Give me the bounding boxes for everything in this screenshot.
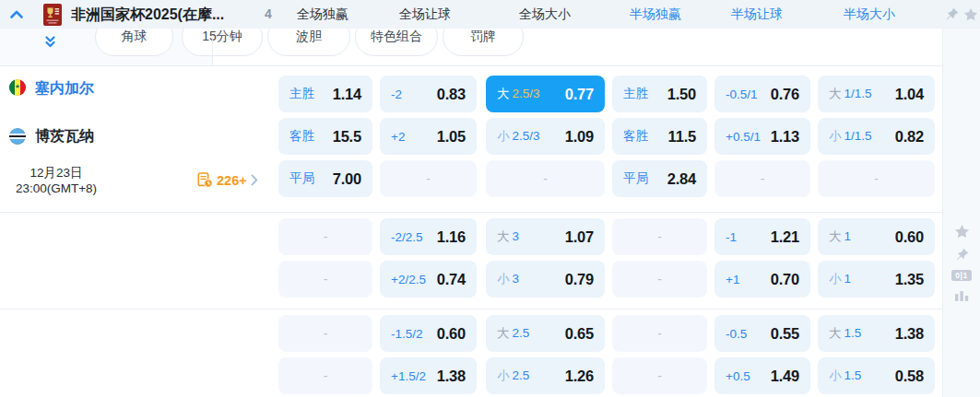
- more-markets-count: 226+: [217, 173, 247, 188]
- score-badge[interactable]: 0|1: [951, 270, 972, 281]
- match-date: 12月23日: [0, 165, 112, 181]
- more-markets-button[interactable]: 226+: [197, 172, 258, 188]
- odds-cell[interactable]: -0.50.55: [714, 315, 810, 352]
- market-pill[interactable]: 角球: [95, 29, 173, 56]
- odds-cell[interactable]: 主胜1.50: [612, 76, 707, 112]
- betting-odds-panel: 非洲国家杯2025(在摩... 4 全场独赢全场让球全场大小半场独赢半场让球半场…: [0, 0, 980, 397]
- favorite-star-icon[interactable]: [963, 7, 978, 22]
- odds-cell[interactable]: 客胜15.5: [278, 118, 372, 155]
- market-pill[interactable]: 特色组合: [355, 29, 438, 56]
- odds-cell[interactable]: +10.70: [714, 261, 810, 298]
- odds-cell[interactable]: -1.5/20.60: [380, 315, 477, 352]
- odds-cell-empty: -: [612, 357, 707, 394]
- stats-chart-icon[interactable]: [955, 289, 969, 301]
- rail-icon-stack: 0|1: [943, 224, 980, 301]
- odds-cell[interactable]: 小1.50.58: [818, 357, 935, 394]
- market-pill[interactable]: 15分钟: [182, 29, 263, 56]
- odds-cell[interactable]: 小2.5/31.09: [486, 118, 605, 155]
- chevron-right-icon: [251, 174, 258, 186]
- away-team-name[interactable]: 博茨瓦纳: [35, 128, 94, 145]
- league-title[interactable]: 非洲国家杯2025(在摩...: [71, 0, 224, 29]
- flag-senegal-icon: [9, 79, 26, 96]
- market-header-tab[interactable]: 半场大小: [844, 0, 895, 29]
- odds-cell[interactable]: 平局7.00: [278, 160, 372, 197]
- expand-double-chevron-down-icon[interactable]: [43, 35, 57, 50]
- divider: [212, 40, 213, 66]
- odds-cell[interactable]: +21.05: [380, 118, 477, 155]
- odds-cell-empty: -: [278, 357, 372, 394]
- odds-count-icon: [197, 172, 213, 188]
- league-trophy-icon: [43, 4, 62, 26]
- market-pill[interactable]: 罚牌: [443, 29, 524, 56]
- pin-icon[interactable]: [945, 7, 959, 21]
- odds-cell[interactable]: 大2.50.65: [486, 315, 605, 352]
- odds-cell-empty: -: [612, 218, 707, 255]
- odds-cell-empty: -: [818, 160, 935, 197]
- odds-cell-empty: -: [612, 315, 707, 352]
- odds-cell[interactable]: +0.5/11.13: [714, 118, 810, 155]
- match-time: 23:00(GMT+8): [0, 181, 112, 196]
- odds-cell[interactable]: +0.51.49: [714, 357, 810, 394]
- market-header-tab[interactable]: 半场让球: [731, 0, 783, 29]
- pin-icon[interactable]: [955, 248, 969, 262]
- match-count: 4: [265, 0, 272, 29]
- odds-cell[interactable]: 大10.60: [818, 218, 935, 255]
- odds-cell-empty: -: [278, 315, 372, 352]
- section-divider: [0, 309, 942, 309]
- odds-cell[interactable]: -11.21: [714, 218, 810, 255]
- odds-cell-empty: -: [486, 160, 605, 197]
- odds-cell[interactable]: 主胜1.14: [278, 76, 372, 112]
- odds-cell[interactable]: 小1/1.50.82: [818, 118, 935, 155]
- odds-cell[interactable]: 大1.51.38: [818, 315, 935, 352]
- match-datetime: 12月23日 23:00(GMT+8): [0, 165, 112, 196]
- market-header-tab[interactable]: 全场大小: [519, 0, 571, 29]
- market-header-tab[interactable]: 半场独赢: [630, 0, 681, 29]
- markets-toolbar: 角球15分钟波胆特色组合罚牌: [0, 29, 942, 66]
- odds-cell-empty: -: [380, 160, 477, 197]
- odds-cell[interactable]: -20.83: [380, 76, 477, 112]
- odds-cell[interactable]: 平局2.84: [612, 160, 707, 197]
- odds-cell-empty: -: [612, 261, 707, 298]
- market-header-tab[interactable]: 全场让球: [399, 0, 451, 29]
- odds-cell[interactable]: 小11.35: [818, 261, 935, 298]
- market-pill[interactable]: 波胆: [267, 29, 350, 56]
- odds-cell[interactable]: 大2.5/30.77: [486, 76, 605, 112]
- odds-cell[interactable]: -2/2.51.16: [380, 218, 477, 255]
- flag-botswana-icon: [9, 128, 26, 145]
- odds-cell[interactable]: +2/2.50.74: [380, 261, 477, 298]
- right-rail: 0|1: [942, 29, 980, 397]
- collapse-chevron-up-icon[interactable]: [9, 8, 24, 20]
- favorite-star-icon[interactable]: [954, 224, 970, 239]
- home-team-name[interactable]: 塞内加尔: [35, 80, 94, 97]
- odds-cell[interactable]: +1.5/21.38: [380, 357, 477, 394]
- odds-cell[interactable]: 大31.07: [486, 218, 605, 255]
- odds-cell[interactable]: 客胜11.5: [612, 118, 707, 155]
- section-divider: [0, 212, 942, 213]
- odds-cell[interactable]: 小30.79: [486, 261, 605, 298]
- odds-cell[interactable]: -0.5/10.76: [714, 76, 810, 112]
- league-header-bar: 非洲国家杯2025(在摩... 4 全场独赢全场让球全场大小半场独赢半场让球半场…: [0, 0, 980, 29]
- odds-cell-empty: -: [714, 160, 810, 197]
- odds-cell[interactable]: 小2.51.26: [486, 357, 605, 394]
- odds-cell-empty: -: [278, 261, 372, 298]
- market-header-tab[interactable]: 全场独赢: [297, 0, 348, 29]
- odds-cell-empty: -: [278, 218, 372, 255]
- odds-cell[interactable]: 大1/1.51.04: [818, 76, 935, 112]
